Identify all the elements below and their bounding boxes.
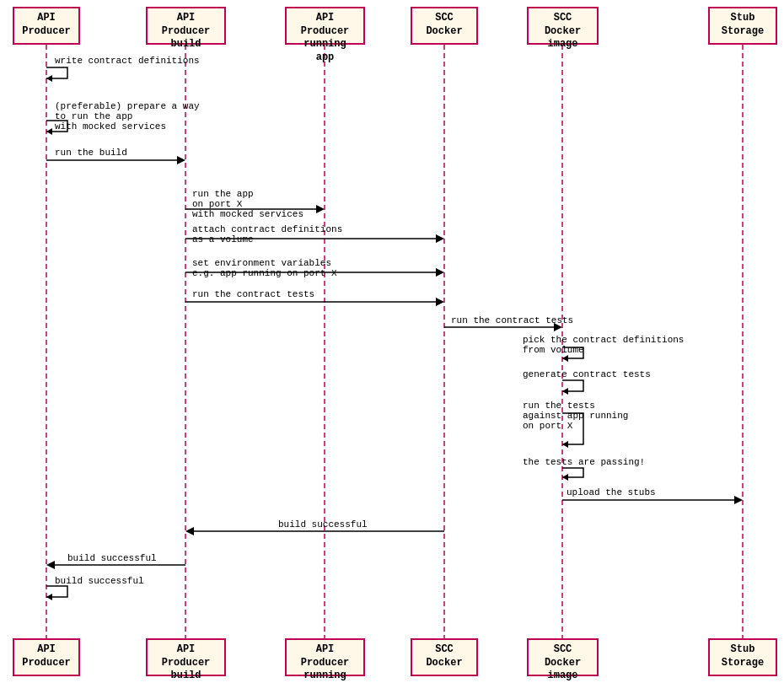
actor-stub-storage-bottom: Stub Storage bbox=[708, 638, 777, 676]
msg11-label: run the testsagainst app runningon port … bbox=[523, 401, 628, 431]
svg-marker-25 bbox=[734, 496, 743, 504]
actor-api-producer-build-bottom: API Producerbuild bbox=[146, 638, 226, 676]
svg-marker-21 bbox=[562, 388, 568, 395]
svg-marker-6 bbox=[46, 75, 52, 82]
svg-marker-7 bbox=[46, 128, 52, 135]
svg-marker-30 bbox=[46, 594, 52, 600]
actor-api-producer-bottom: API Producer bbox=[13, 638, 80, 676]
svg-marker-27 bbox=[185, 527, 194, 535]
actor-api-producer-running-top: API Producerrunning app bbox=[285, 7, 365, 45]
msg4-label: run the appon port Xwith mocked services bbox=[192, 189, 303, 219]
actor-scc-docker-image-bottom: SCC Dockerimage bbox=[527, 638, 599, 676]
svg-marker-13 bbox=[436, 234, 444, 243]
svg-marker-20 bbox=[562, 355, 568, 362]
msg13-label: upload the stubs bbox=[567, 487, 656, 497]
msg1-label: write contract definitions bbox=[55, 56, 200, 66]
msg3-label: run the build bbox=[55, 148, 127, 158]
msg9-label: pick the contract definitionsfrom volume bbox=[523, 335, 684, 355]
msg2-label: (preferable) prepare a wayto run the app… bbox=[55, 101, 200, 132]
actor-api-producer-top: API Producer bbox=[13, 7, 80, 45]
msg10-label: generate contract tests bbox=[523, 369, 651, 379]
msg6-label: set environment variablese.g. app runnin… bbox=[192, 258, 337, 278]
svg-marker-11 bbox=[316, 205, 325, 213]
msg5-label: attach contract definitionsas a volume bbox=[192, 224, 342, 245]
svg-marker-9 bbox=[177, 156, 185, 164]
msg15-label: build successful bbox=[67, 553, 157, 563]
msg7-label: run the contract tests bbox=[192, 289, 314, 299]
svg-marker-22 bbox=[562, 441, 568, 448]
actor-scc-docker-top: SCC Docker bbox=[411, 7, 478, 45]
actor-api-producer-running-bottom: API Producerrunning app bbox=[285, 638, 365, 676]
actor-stub-storage-top: Stub Storage bbox=[708, 7, 777, 45]
actor-api-producer-build-top: API Producerbuild bbox=[146, 7, 226, 45]
msg8-label: run the contract tests bbox=[451, 315, 573, 325]
actor-scc-docker-image-top: SCC Dockerimage bbox=[527, 7, 599, 45]
svg-marker-17 bbox=[436, 298, 444, 306]
svg-marker-15 bbox=[436, 268, 444, 277]
msg14-label: build successful bbox=[278, 519, 368, 530]
msg12-label: the tests are passing! bbox=[523, 457, 645, 467]
msg16-label: build successful bbox=[55, 576, 144, 586]
svg-marker-23 bbox=[562, 474, 568, 481]
sequence-diagram: API Producer API Producerbuild API Produ… bbox=[0, 0, 784, 683]
svg-marker-29 bbox=[46, 561, 55, 569]
actor-scc-docker-bottom: SCC Docker bbox=[411, 638, 478, 676]
